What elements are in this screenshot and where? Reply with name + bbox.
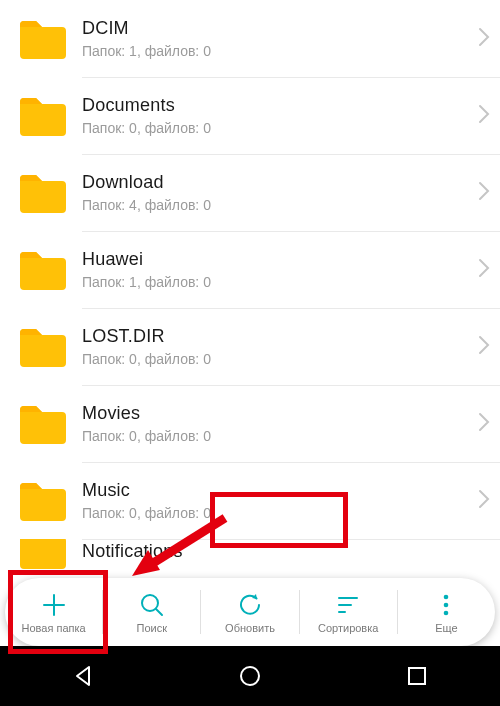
folder-icon (18, 404, 66, 444)
search-icon (138, 591, 166, 619)
more-label: Еще (435, 622, 457, 634)
folder-icon (18, 19, 66, 59)
refresh-label: Обновить (225, 622, 275, 634)
folder-name: Documents (82, 95, 478, 116)
chevron-right-icon (478, 27, 490, 51)
folder-icon (18, 327, 66, 367)
new-folder-button[interactable]: Новая папка (5, 578, 102, 646)
folder-row-documents[interactable]: Documents Папок: 0, файлов: 0 (0, 77, 500, 154)
chevron-right-icon (478, 412, 490, 436)
plus-icon (40, 591, 68, 619)
folder-row-dcim[interactable]: DCIM Папок: 1, файлов: 0 (0, 0, 500, 77)
folder-name: Download (82, 172, 478, 193)
svg-point-1 (444, 594, 449, 599)
sort-icon (334, 591, 362, 619)
nav-back-button[interactable] (61, 654, 105, 698)
refresh-icon (236, 591, 264, 619)
new-folder-label: Новая папка (22, 622, 86, 634)
folder-subtitle: Папок: 4, файлов: 0 (82, 197, 478, 213)
folder-icon (18, 481, 66, 521)
svg-point-3 (444, 610, 449, 615)
folder-row-notifications[interactable]: Notifications (0, 539, 500, 577)
folder-name: DCIM (82, 18, 478, 39)
folder-subtitle: Папок: 0, файлов: 0 (82, 505, 478, 521)
folder-subtitle: Папок: 0, файлов: 0 (82, 428, 478, 444)
chevron-right-icon (478, 104, 490, 128)
chevron-right-icon (478, 335, 490, 359)
folder-name: Huawei (82, 249, 478, 270)
folder-row-music[interactable]: Music Папок: 0, файлов: 0 (0, 462, 500, 539)
bottom-toolbar: Новая папка Поиск Обновить (5, 578, 495, 646)
more-button[interactable]: Еще (398, 578, 495, 646)
svg-point-2 (444, 602, 449, 607)
chevron-right-icon (478, 181, 490, 205)
nav-recent-button[interactable] (395, 654, 439, 698)
svg-rect-5 (409, 668, 425, 684)
folder-name: Movies (82, 403, 478, 424)
search-button[interactable]: Поиск (103, 578, 200, 646)
chevron-right-icon (478, 489, 490, 513)
chevron-right-icon (478, 258, 490, 282)
folder-row-download[interactable]: Download Папок: 4, файлов: 0 (0, 154, 500, 231)
folder-icon (18, 539, 66, 569)
folder-row-movies[interactable]: Movies Папок: 0, файлов: 0 (0, 385, 500, 462)
sort-label: Сортировка (318, 622, 378, 634)
refresh-button[interactable]: Обновить (201, 578, 298, 646)
folder-name: Music (82, 480, 478, 501)
more-icon (432, 591, 460, 619)
android-navbar (0, 646, 500, 706)
folder-icon (18, 96, 66, 136)
svg-point-4 (241, 667, 259, 685)
folder-subtitle: Папок: 0, файлов: 0 (82, 351, 478, 367)
folder-subtitle: Папок: 0, файлов: 0 (82, 120, 478, 136)
search-label: Поиск (137, 622, 167, 634)
folder-icon (18, 173, 66, 213)
folder-name: Notifications (82, 541, 490, 562)
nav-home-button[interactable] (228, 654, 272, 698)
folder-icon (18, 250, 66, 290)
sort-button[interactable]: Сортировка (300, 578, 397, 646)
folder-row-lostdir[interactable]: LOST.DIR Папок: 0, файлов: 0 (0, 308, 500, 385)
folder-subtitle: Папок: 1, файлов: 0 (82, 43, 478, 59)
folder-subtitle: Папок: 1, файлов: 0 (82, 274, 478, 290)
folder-name: LOST.DIR (82, 326, 478, 347)
folder-row-huawei[interactable]: Huawei Папок: 1, файлов: 0 (0, 231, 500, 308)
